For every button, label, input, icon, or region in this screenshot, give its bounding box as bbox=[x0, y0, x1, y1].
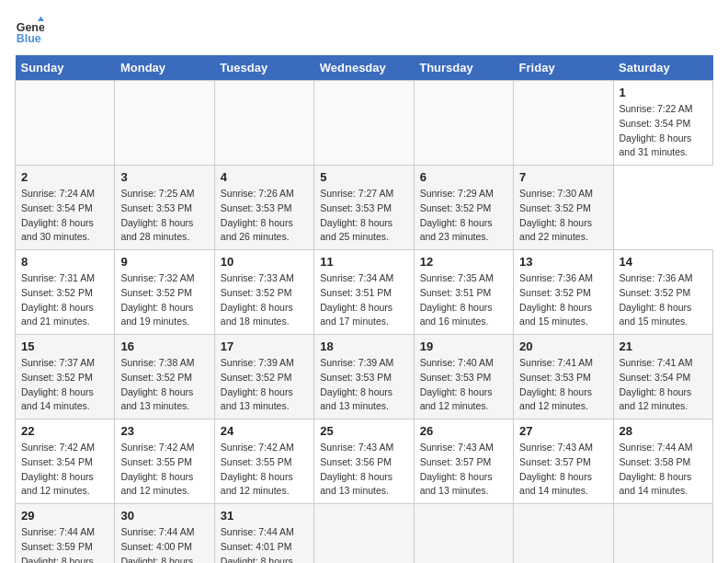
day-cell-28: 28Sunrise: 7:44 AMSunset: 3:58 PMDayligh… bbox=[613, 419, 712, 504]
day-cell-1: 1Sunrise: 7:22 AMSunset: 3:54 PMDaylight… bbox=[613, 81, 712, 166]
day-info: Sunrise: 7:40 AMSunset: 3:53 PMDaylight:… bbox=[420, 356, 507, 414]
day-number: 20 bbox=[519, 339, 607, 353]
header-cell-sunday: Sunday bbox=[16, 55, 115, 81]
day-number: 16 bbox=[120, 339, 208, 353]
day-info: Sunrise: 7:36 AMSunset: 3:52 PMDaylight:… bbox=[519, 271, 607, 329]
day-cell-30: 30Sunrise: 7:44 AMSunset: 4:00 PMDayligh… bbox=[115, 504, 214, 564]
day-info: Sunrise: 7:42 AMSunset: 3:55 PMDaylight:… bbox=[120, 441, 208, 499]
day-info: Sunrise: 7:37 AMSunset: 3:52 PMDaylight:… bbox=[21, 356, 108, 414]
day-cell-29: 29Sunrise: 7:44 AMSunset: 3:59 PMDayligh… bbox=[16, 504, 115, 564]
day-info: Sunrise: 7:24 AMSunset: 3:54 PMDaylight:… bbox=[21, 187, 108, 245]
day-info: Sunrise: 7:43 AMSunset: 3:57 PMDaylight:… bbox=[519, 441, 607, 499]
day-number: 2 bbox=[21, 170, 108, 184]
day-info: Sunrise: 7:31 AMSunset: 3:52 PMDaylight:… bbox=[21, 271, 108, 329]
week-row-3: 8Sunrise: 7:31 AMSunset: 3:52 PMDaylight… bbox=[16, 250, 713, 335]
empty-cell bbox=[414, 81, 513, 166]
day-cell-20: 20Sunrise: 7:41 AMSunset: 3:53 PMDayligh… bbox=[514, 335, 613, 419]
day-info: Sunrise: 7:26 AMSunset: 3:53 PMDaylight:… bbox=[221, 187, 308, 245]
header-cell-saturday: Saturday bbox=[613, 55, 712, 81]
header-cell-thursday: Thursday bbox=[414, 55, 513, 81]
day-number: 28 bbox=[620, 424, 707, 438]
day-number: 4 bbox=[221, 170, 308, 184]
day-info: Sunrise: 7:44 AMSunset: 3:58 PMDaylight:… bbox=[620, 441, 707, 499]
day-number: 29 bbox=[21, 509, 108, 523]
svg-marker-2 bbox=[38, 17, 44, 21]
day-info: Sunrise: 7:29 AMSunset: 3:52 PMDaylight:… bbox=[420, 187, 507, 245]
empty-cell bbox=[214, 81, 313, 166]
svg-text:Blue: Blue bbox=[17, 32, 41, 44]
day-number: 3 bbox=[120, 170, 208, 184]
empty-cell bbox=[16, 81, 115, 166]
day-info: Sunrise: 7:22 AMSunset: 3:54 PMDaylight:… bbox=[620, 102, 707, 160]
logo-icon: General Blue bbox=[15, 15, 44, 44]
day-cell-19: 19Sunrise: 7:40 AMSunset: 3:53 PMDayligh… bbox=[414, 335, 513, 419]
calendar-header: SundayMondayTuesdayWednesdayThursdayFrid… bbox=[16, 55, 713, 81]
day-info: Sunrise: 7:36 AMSunset: 3:52 PMDaylight:… bbox=[620, 271, 707, 329]
week-row-1: 1Sunrise: 7:22 AMSunset: 3:54 PMDaylight… bbox=[16, 81, 713, 166]
week-row-6: 29Sunrise: 7:44 AMSunset: 3:59 PMDayligh… bbox=[16, 504, 713, 564]
day-cell-12: 12Sunrise: 7:35 AMSunset: 3:51 PMDayligh… bbox=[414, 250, 513, 335]
day-info: Sunrise: 7:43 AMSunset: 3:57 PMDaylight:… bbox=[420, 441, 507, 499]
day-info: Sunrise: 7:43 AMSunset: 3:56 PMDaylight:… bbox=[320, 441, 407, 499]
header-cell-tuesday: Tuesday bbox=[214, 55, 313, 81]
day-info: Sunrise: 7:44 AMSunset: 4:01 PMDaylight:… bbox=[221, 525, 308, 563]
day-cell-22: 22Sunrise: 7:42 AMSunset: 3:54 PMDayligh… bbox=[16, 419, 115, 504]
day-info: Sunrise: 7:30 AMSunset: 3:52 PMDaylight:… bbox=[519, 187, 607, 245]
day-number: 8 bbox=[21, 255, 108, 269]
day-cell-7: 7Sunrise: 7:30 AMSunset: 3:52 PMDaylight… bbox=[514, 166, 613, 250]
day-info: Sunrise: 7:39 AMSunset: 3:53 PMDaylight:… bbox=[320, 356, 407, 414]
day-number: 12 bbox=[420, 255, 507, 269]
day-info: Sunrise: 7:25 AMSunset: 3:53 PMDaylight:… bbox=[120, 187, 208, 245]
day-cell-23: 23Sunrise: 7:42 AMSunset: 3:55 PMDayligh… bbox=[115, 419, 214, 504]
day-number: 1 bbox=[620, 86, 707, 99]
day-number: 11 bbox=[320, 255, 407, 269]
day-number: 6 bbox=[420, 170, 507, 184]
day-info: Sunrise: 7:35 AMSunset: 3:51 PMDaylight:… bbox=[420, 271, 507, 329]
empty-cell bbox=[514, 504, 613, 564]
day-cell-25: 25Sunrise: 7:43 AMSunset: 3:56 PMDayligh… bbox=[314, 419, 414, 504]
day-cell-13: 13Sunrise: 7:36 AMSunset: 3:52 PMDayligh… bbox=[514, 250, 613, 335]
day-number: 5 bbox=[320, 170, 407, 184]
day-number: 22 bbox=[21, 424, 108, 438]
day-info: Sunrise: 7:44 AMSunset: 3:59 PMDaylight:… bbox=[21, 525, 108, 563]
empty-cell bbox=[514, 81, 613, 166]
week-row-5: 22Sunrise: 7:42 AMSunset: 3:54 PMDayligh… bbox=[16, 419, 713, 504]
header: General Blue bbox=[15, 15, 713, 44]
day-cell-10: 10Sunrise: 7:33 AMSunset: 3:52 PMDayligh… bbox=[214, 250, 313, 335]
header-cell-friday: Friday bbox=[514, 55, 613, 81]
day-number: 13 bbox=[519, 255, 607, 269]
calendar-table: SundayMondayTuesdayWednesdayThursdayFrid… bbox=[15, 55, 713, 563]
day-cell-17: 17Sunrise: 7:39 AMSunset: 3:52 PMDayligh… bbox=[214, 335, 313, 419]
day-number: 21 bbox=[620, 339, 707, 353]
day-cell-24: 24Sunrise: 7:42 AMSunset: 3:55 PMDayligh… bbox=[214, 419, 313, 504]
day-number: 18 bbox=[320, 339, 407, 353]
header-cell-wednesday: Wednesday bbox=[314, 55, 414, 81]
day-number: 9 bbox=[120, 255, 208, 269]
day-cell-27: 27Sunrise: 7:43 AMSunset: 3:57 PMDayligh… bbox=[514, 419, 613, 504]
day-number: 26 bbox=[420, 424, 507, 438]
day-cell-2: 2Sunrise: 7:24 AMSunset: 3:54 PMDaylight… bbox=[16, 166, 115, 250]
day-cell-15: 15Sunrise: 7:37 AMSunset: 3:52 PMDayligh… bbox=[16, 335, 115, 419]
day-info: Sunrise: 7:38 AMSunset: 3:52 PMDaylight:… bbox=[120, 356, 208, 414]
day-cell-16: 16Sunrise: 7:38 AMSunset: 3:52 PMDayligh… bbox=[115, 335, 214, 419]
day-cell-26: 26Sunrise: 7:43 AMSunset: 3:57 PMDayligh… bbox=[414, 419, 513, 504]
day-cell-5: 5Sunrise: 7:27 AMSunset: 3:53 PMDaylight… bbox=[314, 166, 414, 250]
day-number: 30 bbox=[120, 509, 208, 523]
header-row: SundayMondayTuesdayWednesdayThursdayFrid… bbox=[16, 55, 713, 81]
day-info: Sunrise: 7:32 AMSunset: 3:52 PMDaylight:… bbox=[120, 271, 208, 329]
day-number: 14 bbox=[620, 255, 707, 269]
day-cell-31: 31Sunrise: 7:44 AMSunset: 4:01 PMDayligh… bbox=[214, 504, 313, 564]
day-number: 23 bbox=[120, 424, 208, 438]
day-info: Sunrise: 7:39 AMSunset: 3:52 PMDaylight:… bbox=[221, 356, 308, 414]
day-info: Sunrise: 7:27 AMSunset: 3:53 PMDaylight:… bbox=[320, 187, 407, 245]
day-number: 24 bbox=[221, 424, 308, 438]
day-cell-8: 8Sunrise: 7:31 AMSunset: 3:52 PMDaylight… bbox=[16, 250, 115, 335]
day-info: Sunrise: 7:42 AMSunset: 3:55 PMDaylight:… bbox=[221, 441, 308, 499]
logo: General Blue bbox=[15, 15, 44, 44]
week-row-4: 15Sunrise: 7:37 AMSunset: 3:52 PMDayligh… bbox=[16, 335, 713, 419]
day-cell-3: 3Sunrise: 7:25 AMSunset: 3:53 PMDaylight… bbox=[115, 166, 214, 250]
day-number: 19 bbox=[420, 339, 507, 353]
calendar-body: 1Sunrise: 7:22 AMSunset: 3:54 PMDaylight… bbox=[16, 81, 713, 564]
day-number: 25 bbox=[320, 424, 407, 438]
week-row-2: 2Sunrise: 7:24 AMSunset: 3:54 PMDaylight… bbox=[16, 166, 713, 250]
